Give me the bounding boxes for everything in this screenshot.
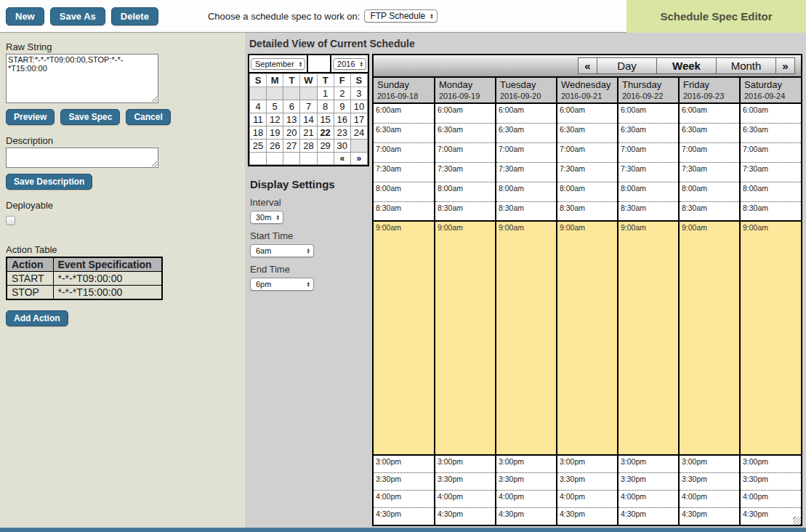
calendar-day-28[interactable]: 28 [300, 140, 317, 153]
time-slot: 6:30am [557, 123, 618, 142]
select-arrows-icon: ▲▼ [276, 214, 280, 220]
time-slot: 7:30am [618, 162, 679, 182]
calendar-day-18[interactable]: 18 [250, 126, 267, 140]
calendar-day-19[interactable]: 19 [267, 126, 283, 140]
calendar-dow-header: S [350, 74, 367, 87]
week-view: « Day Week Month » Sunday2016-09-18Monda… [372, 54, 802, 526]
calendar-day-30[interactable]: 30 [334, 140, 350, 153]
time-slot: 8:30am [435, 201, 496, 221]
time-slot: 8:00am [435, 182, 496, 201]
top-toolbar: New Save As Delete Choose a schedule spe… [0, 0, 806, 33]
calendar-day-25[interactable]: 25 [250, 140, 267, 153]
time-slot-row: 6:00am6:00am6:00am6:00am6:00am6:00am6:00… [374, 103, 801, 123]
month-view-button[interactable]: Month [716, 57, 776, 74]
time-slot: 3:00pm [740, 455, 801, 472]
description-textarea[interactable] [6, 148, 158, 168]
time-slot: 4:30pm [557, 507, 618, 525]
schedule-spec-select[interactable]: FTP Schedule ▲▼ [364, 9, 437, 23]
calendar-dow-header: W [300, 74, 317, 87]
add-action-button[interactable]: Add Action [6, 310, 68, 326]
event-spec-cell: *-*-*T09:00:00 [53, 272, 162, 286]
time-slot-row: 7:00am7:00am7:00am7:00am7:00am7:00am7:00… [374, 142, 801, 162]
calendar-day-11[interactable]: 11 [250, 113, 267, 126]
time-slot: 3:30pm [435, 472, 496, 490]
calendar-year-select[interactable]: 2016 ▲▼ [333, 58, 366, 70]
time-slot: 4:30pm [679, 507, 740, 525]
raw-string-textarea[interactable]: START:*-*-*T09:00:00,STOP:*-*-*T15:00:00 [6, 54, 158, 103]
save-as-button[interactable]: Save As [50, 7, 105, 25]
time-slot: 8:30am [618, 201, 679, 221]
calendar-day-2[interactable]: 2 [334, 87, 350, 100]
time-slot: 7:00am [374, 142, 435, 162]
mini-calendar-grid: SMTWTFS 12345678910111213141516171819202… [249, 73, 368, 165]
calendar-day-17[interactable]: 17 [350, 113, 367, 126]
time-slot: 3:30pm [740, 472, 801, 490]
time-slot-row: 3:00pm3:00pm3:00pm3:00pm3:00pm3:00pm3:00… [374, 455, 801, 472]
calendar-next-button[interactable]: » [350, 153, 367, 165]
calendar-day-29[interactable]: 29 [317, 140, 334, 153]
calendar-dow-header: T [317, 74, 334, 87]
calendar-day-14[interactable]: 14 [300, 113, 317, 126]
calendar-day-23[interactable]: 23 [334, 126, 350, 140]
event-spec-cell: *-*-*T15:00:00 [53, 286, 162, 300]
calendar-day-26[interactable]: 26 [267, 140, 283, 153]
action-table-row: START*-*-*T09:00:00 [7, 272, 162, 286]
calendar-day-9[interactable]: 9 [334, 100, 350, 113]
time-slot: 4:00pm [496, 490, 557, 507]
action-column-header: Action [7, 257, 53, 272]
deployable-checkbox[interactable] [6, 216, 15, 225]
resize-grip-icon[interactable] [793, 517, 801, 525]
week-view-button[interactable]: Week [656, 57, 717, 74]
schedule-detail-panel: Detailed View of Current Schedule Septem… [245, 33, 806, 528]
time-slot: 6:30am [374, 123, 435, 142]
action-cell: STOP [7, 286, 53, 300]
calendar-day-8[interactable]: 8 [317, 100, 334, 113]
select-arrows-icon: ▲▼ [307, 248, 310, 254]
time-slot-row: 8:30am8:30am8:30am8:30am8:30am8:30am8:30… [374, 201, 801, 221]
start-time-select[interactable]: 6am ▲▼ [250, 244, 314, 257]
time-slot: 3:00pm [557, 455, 618, 472]
day-view-button[interactable]: Day [597, 57, 657, 74]
end-time-value: 6pm [256, 280, 271, 289]
delete-button[interactable]: Delete [111, 7, 158, 25]
cancel-button[interactable]: Cancel [126, 109, 170, 125]
calendar-day-16[interactable]: 16 [334, 113, 350, 126]
day-name: Friday [683, 79, 736, 90]
end-time-select[interactable]: 6pm ▲▼ [250, 278, 314, 291]
calendar-day-13[interactable]: 13 [283, 113, 300, 126]
preview-button[interactable]: Preview [6, 109, 55, 125]
description-label: Description [6, 135, 239, 146]
calendar-day-20[interactable]: 20 [283, 126, 300, 140]
day-header-thursday: Thursday2016-09-22 [618, 78, 679, 103]
calendar-day-7[interactable]: 7 [300, 100, 317, 113]
save-spec-button[interactable]: Save Spec [60, 109, 120, 125]
time-slot: 8:00am [374, 182, 435, 201]
end-time-label: End Time [250, 264, 369, 275]
calendar-day-12[interactable]: 12 [267, 113, 283, 126]
next-period-button[interactable]: » [775, 57, 795, 74]
time-slot: 7:00am [740, 142, 801, 162]
calendar-day-4[interactable]: 4 [250, 100, 267, 113]
calendar-prev-button[interactable]: « [334, 153, 350, 165]
select-arrows-icon: ▲▼ [360, 61, 363, 67]
calendar-day-22[interactable]: 22 [317, 126, 334, 140]
save-description-button[interactable]: Save Description [6, 174, 92, 190]
calendar-month-select[interactable]: September ▲▼ [251, 58, 305, 70]
time-slot: 3:00pm [374, 455, 435, 472]
calendar-day-27[interactable]: 27 [283, 140, 300, 153]
calendar-day-24[interactable]: 24 [350, 126, 367, 140]
interval-select[interactable]: 30m ▲▼ [250, 211, 283, 224]
time-slot: 7:00am [618, 142, 679, 162]
prev-period-button[interactable]: « [578, 57, 597, 74]
calendar-day-3[interactable]: 3 [350, 87, 367, 100]
calendar-day-15[interactable]: 15 [317, 113, 334, 126]
calendar-day-1[interactable]: 1 [317, 87, 334, 100]
time-slot: 8:30am [374, 201, 435, 221]
time-slot: 6:30am [618, 123, 679, 142]
calendar-day-21[interactable]: 21 [300, 126, 317, 140]
calendar-day-5[interactable]: 5 [267, 100, 283, 113]
calendar-day-6[interactable]: 6 [283, 100, 300, 113]
new-button[interactable]: New [6, 7, 44, 25]
calendar-day-10[interactable]: 10 [350, 100, 367, 113]
day-date: 2016-09-19 [439, 92, 491, 100]
